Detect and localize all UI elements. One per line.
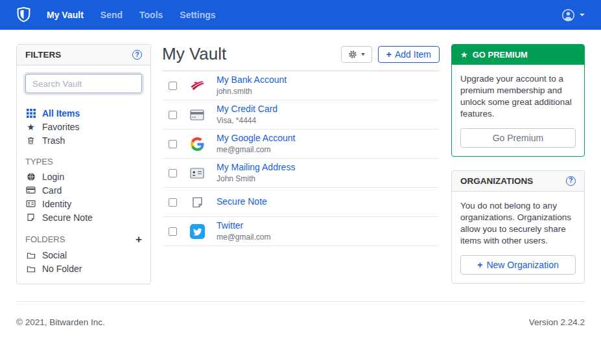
folder-icon [25,265,36,273]
item-title-link[interactable]: My Credit Card [217,104,277,115]
secure-note-icon [25,213,36,222]
gear-icon [348,50,357,59]
vault-row-twitter: Twitter me@gmail.com [162,217,440,246]
sidebar-item-trash[interactable]: Trash [25,133,142,147]
google-icon [189,136,205,152]
sidebar-item-label: Login [42,172,64,182]
go-premium-button[interactable]: Go Premium [460,128,576,148]
secure-note-icon [189,194,205,210]
vault-row-secure-note: Secure Note [162,188,440,217]
avatar-icon [561,8,575,22]
sidebar-item-label: No Folder [42,264,82,274]
vault-row-google-account: My Google Account me@gmail.com [162,130,440,159]
item-subtitle: Visa, *4444 [217,116,256,125]
sidebar-item-label: Identity [42,199,71,209]
sidebar-item-favorites[interactable]: ★ Favorites [25,120,142,133]
item-subtitle: me@gmail.com [217,145,271,154]
premium-description: Upgrade your account to a premium member… [460,73,576,120]
sidebar-item-label: Favorites [42,122,80,132]
sidebar-item-identity[interactable]: Identity [25,197,142,210]
star-icon: ★ [460,51,468,59]
chevron-down-icon [580,14,585,16]
sidebar-item-secure-note[interactable]: Secure Note [25,210,142,224]
star-icon: ★ [25,122,36,131]
types-heading: TYPES [25,157,142,166]
folders-heading: FOLDERS + [25,234,142,245]
copyright-text: © 2021, Bitwarden Inc. [16,317,105,327]
filter-list: All Items ★ Favorites Trash [25,106,142,147]
vault-row-credit-card: My Credit Card Visa, *4444 [162,100,440,130]
identity-card-icon [25,199,36,208]
item-title-link[interactable]: My Bank Account [217,74,287,86]
folder-icon [25,251,36,259]
vault-options-button[interactable] [341,46,372,63]
right-column: ★ GO PREMIUM Upgrade your account to a p… [451,44,585,284]
sidebar-item-folder-no-folder[interactable]: No Folder [25,262,142,275]
account-menu-button[interactable] [561,8,585,22]
footer: © 2021, Bitwarden Inc. Version 2.24.2 [0,302,601,327]
sidebar-item-card[interactable]: Card [25,183,142,197]
nav-menu: My Vault Send Tools Settings [47,10,216,20]
row-checkbox[interactable] [169,82,177,90]
item-title-link[interactable]: My Google Account [217,133,295,144]
organizations-help-icon[interactable]: ? [566,176,576,186]
identity-card-icon [189,165,205,181]
grid-icon [25,109,36,118]
nav-item-send[interactable]: Send [100,10,123,20]
add-item-button[interactable]: + Add Item [378,46,440,63]
search-vault-input[interactable] [25,74,142,93]
item-title-link[interactable]: Twitter [217,220,271,232]
go-premium-panel: ★ GO PREMIUM Upgrade your account to a p… [451,44,585,157]
folders-list: Social No Folder [25,248,142,275]
organizations-title: ORGANIZATIONS [460,176,533,186]
row-checkbox[interactable] [169,140,177,148]
organizations-panel: ORGANIZATIONS ? You do not belong to any… [451,170,585,284]
item-subtitle: me@gmail.com [217,233,271,242]
row-checkbox[interactable] [169,227,177,236]
plus-icon: + [386,50,392,59]
nav-item-tools[interactable]: Tools [139,10,163,20]
sidebar-item-label: All Items [42,108,80,119]
add-folder-button[interactable]: + [136,234,142,245]
sidebar-item-label: Social [42,250,67,260]
item-title-link[interactable]: My Mailing Address [217,162,295,174]
bitwarden-logo-icon[interactable] [16,6,31,23]
globe-icon [25,172,36,181]
new-organization-button[interactable]: + New Organization [460,255,576,275]
filters-help-icon[interactable]: ? [132,50,142,60]
sidebar-item-login[interactable]: Login [25,170,142,183]
top-navbar: My Vault Send Tools Settings [0,0,601,30]
version-text: Version 2.24.2 [529,317,585,327]
content-area: FILTERS ? All Items [0,30,601,301]
item-subtitle: John Smith [217,174,255,183]
nav-item-my-vault[interactable]: My Vault [47,10,84,20]
page-title: My Vault [162,44,226,64]
bank-of-america-icon [189,78,205,93]
row-checkbox[interactable] [169,111,177,119]
credit-card-icon [189,107,205,122]
types-list: Login Card [25,170,142,224]
row-checkbox[interactable] [169,169,177,177]
nav-item-settings[interactable]: Settings [180,10,215,20]
row-checkbox[interactable] [169,198,177,207]
plus-icon: + [477,260,482,269]
vault-row-mailing-address: My Mailing Address John Smith [162,159,440,188]
filters-title: FILTERS [25,50,61,60]
premium-title: GO PREMIUM [473,50,528,60]
trash-icon [25,136,36,145]
sidebar-item-folder-social[interactable]: Social [25,248,142,262]
twitter-icon [189,223,205,239]
card-icon [25,186,36,194]
sidebar-item-all-items[interactable]: All Items [25,106,142,120]
filters-panel: FILTERS ? All Items [16,44,151,284]
chevron-down-icon [361,53,365,56]
filters-header: FILTERS ? [17,45,150,65]
organizations-description: You do not belong to any organizations. … [460,200,576,247]
sidebar-item-label: Trash [42,135,65,146]
vault-main: My Vault + Add Item [162,44,440,246]
vault-item-list: My Bank Account john.smith My Credit Car… [162,71,440,246]
item-subtitle: john.smith [217,87,252,96]
vault-row-bank-account: My Bank Account john.smith [162,71,440,100]
item-title-link[interactable]: Secure Note [217,196,267,208]
sidebar-item-label: Card [42,185,62,196]
